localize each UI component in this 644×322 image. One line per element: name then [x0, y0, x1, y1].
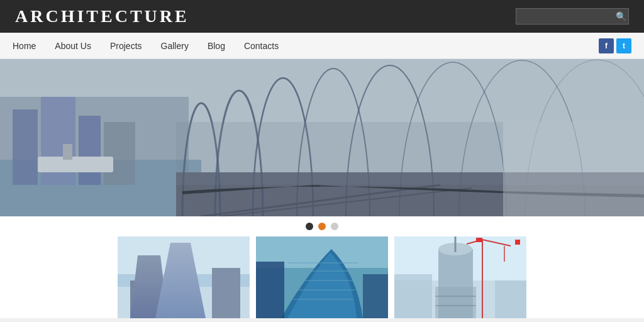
hero-banner [0, 59, 644, 216]
search-icon: 🔍 [616, 11, 626, 21]
svg-rect-27 [130, 280, 155, 318]
search-container[interactable]: 🔍 [516, 8, 629, 25]
svg-rect-8 [63, 144, 72, 160]
nav-blog[interactable]: Blog [208, 41, 225, 51]
dot-1[interactable] [306, 223, 313, 230]
svg-rect-7 [38, 157, 113, 172]
svg-rect-49 [435, 287, 476, 318]
svg-rect-38 [363, 274, 388, 318]
facebook-button[interactable]: f [599, 38, 614, 53]
nav-home[interactable]: Home [13, 41, 36, 51]
svg-marker-26 [162, 252, 199, 318]
nav-about[interactable]: About Us [55, 41, 91, 51]
search-input[interactable] [521, 12, 616, 21]
thumbnail-2[interactable] [256, 236, 388, 318]
thumbnail-3[interactable] [394, 236, 526, 318]
site-logo[interactable]: ARCHITECTURE [15, 6, 189, 26]
dot-2[interactable] [318, 223, 326, 230]
svg-marker-29 [165, 255, 187, 318]
svg-rect-53 [495, 280, 526, 318]
svg-rect-28 [212, 268, 240, 318]
thumb-image-3 [394, 236, 526, 318]
twitter-button[interactable]: t [616, 38, 631, 53]
svg-rect-21 [503, 122, 644, 216]
thumb-image-2 [256, 236, 388, 318]
thumbnail-1[interactable] [118, 236, 250, 318]
hero-image [0, 59, 644, 216]
nav-projects[interactable]: Projects [110, 41, 142, 51]
svg-rect-6 [104, 122, 135, 185]
svg-rect-52 [394, 274, 432, 318]
navigation-bar: Home About Us Projects Gallery Blog Cont… [0, 33, 644, 59]
nav-gallery[interactable]: Gallery [161, 41, 189, 51]
svg-rect-3 [13, 109, 38, 185]
nav-contacts[interactable]: Contacts [244, 41, 279, 51]
thumbnail-grid [0, 236, 644, 318]
svg-rect-5 [79, 116, 101, 185]
dot-3[interactable] [331, 223, 338, 230]
thumb-image-1 [118, 236, 250, 318]
svg-rect-48 [476, 238, 482, 242]
nav-links: Home About Us Projects Gallery Blog Cont… [13, 41, 279, 51]
social-icons: f t [599, 38, 631, 53]
site-header: ARCHITECTURE 🔍 [0, 0, 644, 33]
slider-dots [0, 216, 644, 236]
svg-rect-37 [256, 262, 284, 318]
